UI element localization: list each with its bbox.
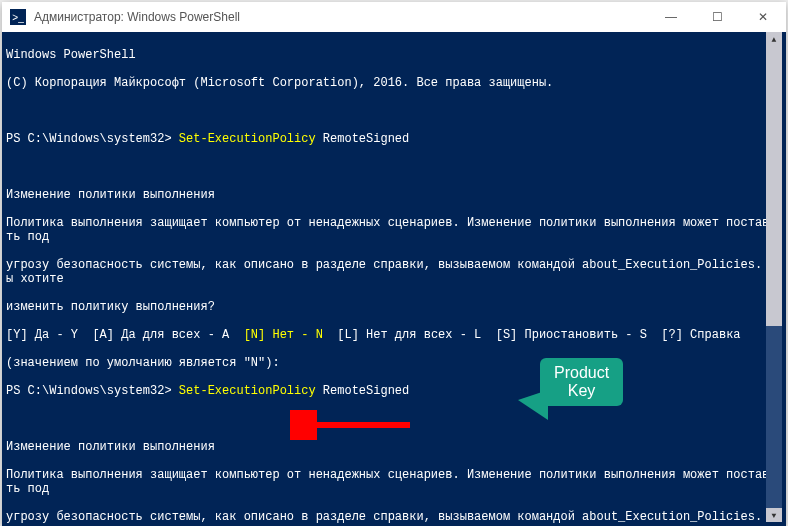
scrollbar-thumb[interactable]	[766, 46, 782, 326]
close-button[interactable]: ✕	[740, 2, 786, 32]
window-title: Администратор: Windows PowerShell	[34, 10, 648, 24]
product-key-callout: Product Key	[540, 358, 623, 406]
terminal-content[interactable]: Windows PowerShell (C) Корпорация Майкро…	[2, 32, 786, 526]
callout-text: Product	[554, 364, 609, 382]
text-line: Windows PowerShell	[6, 48, 782, 62]
maximize-button[interactable]: ☐	[694, 2, 740, 32]
powershell-icon: >_	[10, 9, 26, 25]
text-line: Изменение политики выполнения	[6, 440, 782, 454]
scroll-down-button[interactable]: ▼	[766, 508, 782, 522]
text-line	[6, 412, 782, 426]
title-bar[interactable]: >_ Администратор: Windows PowerShell — ☐…	[2, 2, 786, 32]
text-line: Политика выполнения защищает компьютер о…	[6, 468, 782, 496]
vertical-scrollbar[interactable]: ▲ ▼	[766, 32, 782, 522]
callout-text: Key	[554, 382, 609, 400]
prompt-line: PS C:\Windows\system32> Set-ExecutionPol…	[6, 132, 782, 146]
options-line: [Y] Да - Y [A] Да для всех - A [N] Нет -…	[6, 328, 782, 342]
minimize-button[interactable]: —	[648, 2, 694, 32]
text-line	[6, 160, 782, 174]
text-line: (C) Корпорация Майкрософт (Microsoft Cor…	[6, 76, 782, 90]
text-line: Политика выполнения защищает компьютер о…	[6, 216, 782, 244]
scroll-up-button[interactable]: ▲	[766, 32, 782, 46]
text-line	[6, 104, 782, 118]
text-line: (значением по умолчанию является "N"):	[6, 356, 782, 370]
text-line: Изменение политики выполнения	[6, 188, 782, 202]
prompt-line: PS C:\Windows\system32> Set-ExecutionPol…	[6, 384, 782, 398]
text-line: угрозу безопасность системы, как описано…	[6, 510, 782, 526]
text-line: угрозу безопасность системы, как описано…	[6, 258, 782, 286]
text-line: изменить политику выполнения?	[6, 300, 782, 314]
powershell-window: >_ Администратор: Windows PowerShell — ☐…	[2, 2, 786, 526]
